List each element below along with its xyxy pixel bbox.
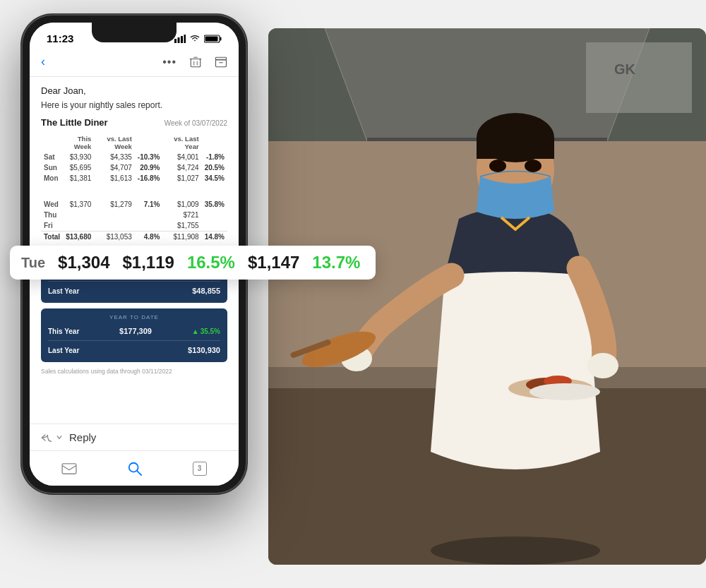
tue-lw-pct (135, 184, 163, 199)
sun-last-week: $4,707 (94, 162, 135, 173)
restaurant-name: The Little Diner (41, 117, 108, 128)
search-tab-icon (127, 461, 143, 476)
mail-tab-icon (61, 462, 77, 475)
thu-ly-pct (202, 210, 227, 220)
day-wed: Wed (41, 199, 63, 210)
table-row-total: Total $13,680 $13,053 4.8% $11,908 14.8% (41, 232, 227, 243)
thu-this-week (63, 210, 94, 220)
fri-lw-pct (135, 220, 163, 232)
tue-this-week-value: $1,304 (58, 253, 109, 272)
status-icons (174, 35, 222, 43)
trash-icon[interactable] (189, 56, 202, 68)
ytd-last-year-row: Last Year $130,930 (48, 344, 220, 356)
col-header-this-week: ThisWeek (63, 133, 94, 152)
sun-last-year: $4,724 (163, 162, 202, 173)
table-row: Thu $721 (41, 210, 227, 220)
sat-lw-pct: -10.3% (135, 152, 163, 162)
tab-calendar[interactable]: 3 (193, 462, 207, 476)
total-last-week: $13,053 (94, 232, 135, 243)
sun-this-week: $5,695 (63, 162, 94, 173)
mon-last-year: $1,027 (163, 173, 202, 184)
table-row: Fri $1,755 (41, 220, 227, 232)
signal-icon (174, 35, 186, 43)
col-header-ly-pct (202, 133, 227, 152)
table-row: Sun $5,695 $4,707 20.9% $4,724 20.5% (41, 162, 227, 173)
footnote-text: Sales calculations using data through 03… (41, 368, 227, 375)
day-total: Total (41, 232, 63, 243)
ytd-last-year-label: Last Year (48, 347, 79, 354)
tuesday-callout: Tue $1,304 $1,119 16.5% $1,147 13.7% (10, 246, 376, 280)
svg-rect-37 (216, 57, 227, 60)
table-row: Sat $3,930 $4,335 -10.3% $4,001 -1.8% (41, 152, 227, 162)
ytd-this-year-row: This Year $177,309 ▲ 35.5% (48, 325, 220, 337)
wed-lw-pct: 7.1% (135, 199, 163, 210)
svg-rect-31 (205, 36, 218, 41)
tue-day-label: Tue (21, 255, 45, 271)
svg-rect-25 (174, 39, 176, 43)
tue-last-week-value: $1,119 (122, 253, 174, 272)
sat-ly-pct: -1.8% (202, 152, 227, 162)
svg-rect-36 (216, 59, 227, 67)
ptd-last-year-value: $48,855 (192, 287, 220, 295)
svg-point-15 (525, 160, 542, 172)
kitchen-scene-svg: GK (268, 28, 706, 565)
tue-this-week (63, 184, 94, 199)
reply-bar: Reply (30, 424, 239, 450)
day-thu: Thu (41, 210, 63, 220)
total-ly-pct: 14.8% (202, 232, 227, 243)
svg-point-14 (489, 160, 506, 172)
svg-rect-32 (191, 59, 201, 66)
reply-icons (41, 433, 64, 443)
more-options-icon[interactable]: ••• (162, 56, 176, 68)
day-tue (41, 184, 63, 199)
reply-arrow-icon[interactable] (41, 433, 52, 443)
period-separator (48, 281, 220, 282)
svg-rect-27 (181, 36, 183, 43)
archive-icon[interactable] (215, 56, 227, 68)
svg-rect-28 (184, 35, 186, 43)
thu-last-week (94, 210, 135, 220)
fri-last-week (94, 220, 135, 232)
tab-mail[interactable] (61, 462, 77, 475)
mon-this-week: $1,381 (63, 173, 94, 184)
sat-this-week: $3,930 (63, 152, 94, 162)
fri-this-week (63, 220, 94, 232)
thu-last-year: $721 (163, 210, 202, 220)
total-last-year: $11,908 (163, 232, 202, 243)
day-sat: Sat (41, 152, 63, 162)
ytd-this-year-value: $177,309 (119, 327, 152, 335)
fri-ly-pct (202, 220, 227, 232)
mon-last-week: $1,613 (94, 173, 135, 184)
intro-text: Here is your nightly sales report. (41, 100, 227, 110)
year-separator (48, 340, 220, 341)
header-actions: ••• (162, 56, 227, 68)
sat-last-year: $4,001 (163, 152, 202, 162)
email-header: ‹ ••• (30, 49, 239, 77)
day-mon: Mon (41, 173, 63, 184)
table-row: Wed $1,370 $1,279 7.1% $1,009 35.8% (41, 199, 227, 210)
phone-notch (92, 23, 176, 42)
week-label: Week of 03/07/2022 (164, 119, 227, 127)
sun-ly-pct: 20.5% (202, 162, 227, 173)
chevron-down-icon[interactable] (55, 433, 64, 443)
tab-search[interactable] (127, 461, 143, 476)
ytd-last-year-value: $130,930 (188, 346, 220, 354)
back-button[interactable]: ‹ (41, 54, 45, 69)
svg-text:GK: GK (614, 61, 636, 77)
col-header-lw-pct (135, 133, 163, 152)
greeting-text: Dear Joan, (41, 85, 227, 96)
ytd-this-year-label: This Year (48, 328, 79, 335)
tue-last-week (94, 184, 135, 199)
reply-label[interactable]: Reply (69, 431, 96, 443)
year-to-date-box: YEAR TO DATE This Year $177,309 ▲ 35.5% … (41, 308, 227, 362)
ytd-this-year-pct: ▲ 35.5% (192, 328, 220, 335)
col-header-day (41, 133, 63, 152)
tue-last-year-value: $1,147 (248, 253, 299, 272)
wed-ly-pct: 35.8% (202, 199, 227, 210)
tue-ly-pct (202, 184, 227, 199)
sun-lw-pct: 20.9% (135, 162, 163, 173)
sat-last-week: $4,335 (94, 152, 135, 162)
svg-rect-38 (62, 463, 76, 473)
table-row: Mon $1,381 $1,613 -16.8% $1,027 34.5% (41, 173, 227, 184)
table-row-tue (41, 184, 227, 199)
